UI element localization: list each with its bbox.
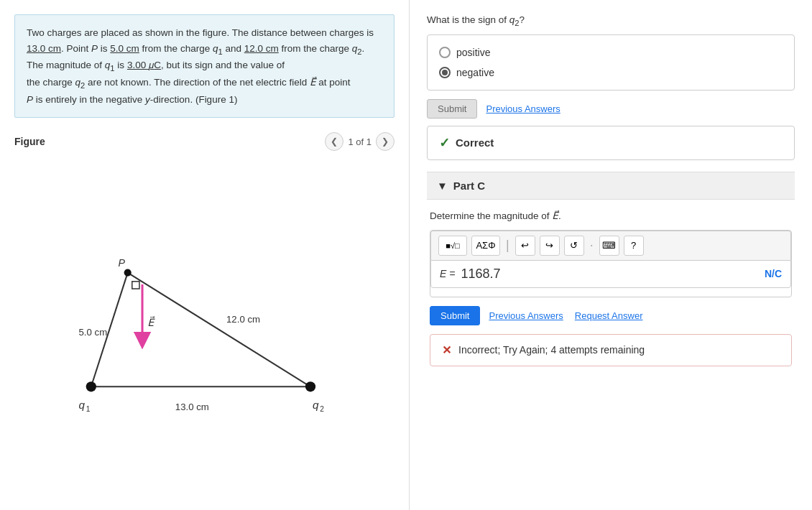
option-negative-label: negative <box>456 67 494 78</box>
figure-page-indicator: 1 of 1 <box>348 136 372 147</box>
part-c-label: Part C <box>453 180 485 192</box>
svg-point-4 <box>305 381 315 391</box>
svg-text:5.0 cm: 5.0 cm <box>79 327 108 338</box>
right-panel: What is the sign of q2? positive negativ… <box>410 0 812 510</box>
figure-nav: ❮ 1 of 1 ❯ <box>325 132 395 151</box>
part-c-submit-row: Submit Previous Answers Request Answer <box>430 306 792 325</box>
chevron-down-icon: ▼ <box>437 180 448 192</box>
chevron-left-icon: ❮ <box>331 136 338 147</box>
part-b-question: What is the sign of q2? <box>427 14 795 27</box>
part-c-header[interactable]: ▼ Part C <box>427 172 795 200</box>
prev-figure-button[interactable]: ❮ <box>325 132 343 151</box>
incorrect-label: Incorrect; Try Again; 4 attempts remaini… <box>458 344 645 356</box>
part-b-prev-answers-link[interactable]: Previous Answers <box>486 103 560 114</box>
svg-point-3 <box>86 381 96 391</box>
math-input-container: ■√□ ΑΣΦ | ↩ ↪ ↺ · ⌨ ? E = N/C <box>430 230 792 297</box>
math-toolbar: ■√□ ΑΣΦ | ↩ ↪ ↺ · ⌨ ? <box>430 231 791 260</box>
toolbar-separator: | <box>506 238 509 253</box>
check-icon: ✓ <box>439 135 450 151</box>
correct-box: ✓ Correct <box>427 126 795 160</box>
svg-text:q: q <box>313 399 319 411</box>
toolbar-sqrt-button[interactable]: ■√□ <box>438 236 467 256</box>
svg-text:12.0 cm: 12.0 cm <box>226 314 260 325</box>
figure-canvas: q 1 q 2 P 5.0 cm 12.0 cm 13.0 cm <box>14 157 395 496</box>
part-b-action-row: Submit Previous Answers <box>427 99 795 119</box>
part-c-submit-button[interactable]: Submit <box>430 306 480 325</box>
x-icon: ✕ <box>442 343 451 357</box>
toolbar-redo-button[interactable]: ↪ <box>540 236 560 256</box>
svg-text:2: 2 <box>320 405 324 413</box>
toolbar-keyboard-button[interactable]: ⌨ <box>599 236 619 256</box>
part-c-prev-answers-link[interactable]: Previous Answers <box>489 310 563 321</box>
part-b-options: positive negative <box>427 34 795 91</box>
chevron-right-icon: ❯ <box>382 136 389 147</box>
radio-positive[interactable] <box>439 47 451 58</box>
figure-header: Figure ❮ 1 of 1 ❯ <box>14 129 395 157</box>
part-c-question: Determine the magnitude of E⃗. <box>430 210 792 221</box>
toolbar-undo-button[interactable]: ↩ <box>515 236 535 256</box>
radio-negative[interactable] <box>439 67 451 78</box>
toolbar-reset-button[interactable]: ↺ <box>564 236 584 256</box>
option-positive[interactable]: positive <box>439 42 783 62</box>
left-panel: Two charges are placed as shown in the f… <box>0 0 410 510</box>
toolbar-separator2: · <box>590 238 594 253</box>
problem-description: Two charges are placed as shown in the f… <box>14 14 395 118</box>
math-input-row: E = N/C <box>430 260 791 288</box>
svg-rect-16 <box>132 282 139 289</box>
unit-label: N/C <box>765 268 782 279</box>
svg-line-1 <box>128 273 310 387</box>
toolbar-aso-button[interactable]: ΑΣΦ <box>471 236 500 256</box>
incorrect-box: ✕ Incorrect; Try Again; 4 attempts remai… <box>430 334 792 366</box>
part-b-submit-button[interactable]: Submit <box>427 99 477 119</box>
next-figure-button[interactable]: ❯ <box>376 132 395 151</box>
option-positive-label: positive <box>456 47 490 58</box>
svg-point-5 <box>124 269 132 277</box>
figure-svg: q 1 q 2 P 5.0 cm 12.0 cm 13.0 cm <box>14 157 395 496</box>
svg-text:13.0 cm: 13.0 cm <box>175 402 209 412</box>
option-negative[interactable]: negative <box>439 62 783 83</box>
part-c-content: Determine the magnitude of E⃗. ■√□ ΑΣΦ |… <box>427 210 795 366</box>
svg-text:E⃗: E⃗ <box>147 317 155 329</box>
input-e-label: E = <box>440 268 455 279</box>
svg-text:1: 1 <box>86 405 91 413</box>
correct-label: Correct <box>456 136 494 149</box>
svg-text:q: q <box>79 399 86 411</box>
toolbar-help-button[interactable]: ? <box>624 236 644 256</box>
svg-text:P: P <box>118 258 125 269</box>
e-value-input[interactable] <box>461 266 758 282</box>
figure-area: Figure ❮ 1 of 1 ❯ <box>14 129 395 496</box>
part-c-request-answer-link[interactable]: Request Answer <box>575 310 643 321</box>
figure-title: Figure <box>14 136 45 147</box>
problem-text-content: Two charges are placed as shown in the f… <box>27 27 374 105</box>
